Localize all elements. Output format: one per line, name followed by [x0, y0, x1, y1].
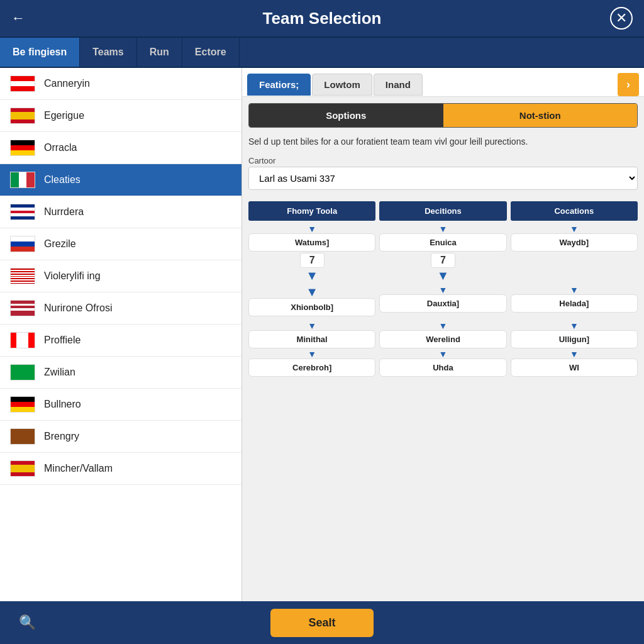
nav-tabs: Be fingiesn Teams Run Ectore	[0, 38, 644, 68]
flag-icon	[10, 172, 35, 188]
sub-tabs: Featiors; Lowtom Inand ›	[242, 68, 644, 97]
flag-icon	[10, 204, 35, 220]
list-item[interactable]: Orracla	[0, 132, 242, 164]
position-card[interactable]: Helada]	[511, 294, 638, 313]
page-title: Team Selection	[263, 9, 382, 28]
down-arrow-icon[interactable]: ▼	[570, 321, 579, 330]
tab-befingiesn[interactable]: Be fingiesn	[0, 38, 80, 67]
position-card[interactable]: Watums]	[248, 233, 375, 252]
position-card[interactable]: Waydb]	[511, 233, 638, 252]
toggle-soptions[interactable]: Soptions	[249, 104, 443, 127]
position-number: 7	[431, 253, 455, 268]
close-button[interactable]: ✕	[610, 7, 633, 30]
flag-icon	[10, 140, 35, 156]
search-icon: 🔍	[19, 614, 36, 630]
list-item[interactable]: Nurrdera	[0, 196, 242, 228]
position-card[interactable]: Uhda	[379, 358, 506, 377]
flag-icon	[10, 396, 35, 413]
list-item[interactable]: Mincher/Vallam	[0, 453, 242, 485]
right-panel: Featiors; Lowtom Inand › Soptions Not-st…	[242, 68, 644, 601]
flag-icon	[10, 364, 35, 380]
list-item[interactable]: Violerylifi ing	[0, 260, 242, 292]
flag-icon	[10, 75, 35, 92]
down-arrow-icon[interactable]: ▼	[439, 225, 448, 233]
position-number: 7	[300, 253, 325, 268]
position-card[interactable]: Dauxtia]	[379, 294, 506, 313]
list-item[interactable]: Zwilian	[0, 357, 242, 389]
down-arrow-icon[interactable]: ▼	[439, 350, 448, 358]
list-item[interactable]: Bullnero	[0, 389, 242, 421]
toggle-row: Soptions Not-stion	[248, 103, 638, 128]
column-headers: Fhomy Toola Decitions Cocations	[248, 201, 638, 221]
search-button[interactable]: 🔍	[6, 608, 48, 637]
list-item-selected[interactable]: Cleaties	[0, 164, 242, 196]
col-header-1: Fhomy Toola	[248, 201, 375, 221]
flag-icon	[10, 236, 35, 252]
position-cell: ▼ Waydb]	[511, 225, 638, 282]
down-arrow-icon[interactable]: ▼	[308, 321, 316, 330]
flag-icon	[10, 460, 35, 477]
col-header-3: Cocations	[511, 201, 638, 221]
back-button[interactable]: ←	[11, 10, 25, 26]
down-arrow-icon[interactable]: ▼	[306, 269, 318, 282]
sub-tab-inand[interactable]: Inand	[374, 74, 423, 96]
toggle-notstion[interactable]: Not-stion	[443, 104, 638, 127]
flag-icon	[10, 268, 35, 284]
position-card[interactable]: Enuica	[379, 233, 506, 252]
cartoor-dropdown[interactable]: Larl as Usami 337	[248, 167, 638, 190]
list-item[interactable]: Canneryin	[0, 68, 242, 100]
tab-teams[interactable]: Teams	[80, 38, 137, 67]
position-grid-row2: ▼ Xhionbolb] ▼ Dauxtia] ▼ Helada]	[248, 286, 638, 318]
position-card[interactable]: Cerebroh]	[248, 358, 375, 377]
position-cell: ▼ Minithal ▼ Cerebroh]	[248, 321, 375, 378]
tab-run[interactable]: Run	[137, 38, 182, 67]
position-card[interactable]: Ulligun]	[511, 330, 638, 348]
main-content: Canneryin Egerigue Orracla Cleaties Nurr…	[0, 68, 644, 601]
team-list: Canneryin Egerigue Orracla Cleaties Nurr…	[0, 68, 242, 601]
down-arrow-icon[interactable]: ▼	[570, 350, 579, 358]
dropdown-label: Cartoor	[248, 156, 638, 165]
position-card[interactable]: WI	[511, 358, 638, 377]
tab-ectore[interactable]: Ectore	[182, 38, 240, 67]
position-cell: ▼ Helada]	[511, 286, 638, 318]
next-arrow-button[interactable]: ›	[618, 73, 639, 96]
position-grid-row1: ▼ Watums] 7 ▼ ▼ Enuica 7 ▼ ▼ Waydb]	[248, 225, 638, 282]
position-cell: ▼ Werelind ▼ Uhda	[379, 321, 506, 378]
down-arrow-icon[interactable]: ▼	[439, 321, 448, 330]
position-cell: ▼ Enuica 7 ▼	[379, 225, 506, 282]
down-arrow-icon[interactable]: ▼	[570, 286, 579, 294]
list-item[interactable]: Grezile	[0, 228, 242, 260]
down-arrow-icon[interactable]: ▼	[439, 286, 448, 294]
position-card[interactable]: Minithal	[248, 330, 375, 348]
flag-icon	[10, 332, 35, 348]
col-header-2: Decitions	[379, 201, 506, 221]
down-arrow-icon[interactable]: ▼	[570, 225, 579, 233]
down-arrow-icon[interactable]: ▼	[308, 225, 316, 233]
position-grid-row3: ▼ Minithal ▼ Cerebroh] ▼ Werelind ▼ Uhda…	[248, 321, 638, 378]
position-card[interactable]: Werelind	[379, 330, 506, 348]
down-arrow-icon[interactable]: ▼	[306, 286, 318, 298]
sub-tab-lowtom[interactable]: Lowtom	[312, 74, 372, 96]
down-arrow-icon[interactable]: ▼	[437, 269, 450, 282]
header: ← Team Selection ✕	[0, 0, 644, 38]
position-cell: ▼ Watums] 7 ▼	[248, 225, 375, 282]
bottom-bar: 🔍 Sealt	[0, 601, 644, 644]
list-item[interactable]: Proffiele	[0, 325, 242, 357]
list-item[interactable]: Brengry	[0, 421, 242, 453]
position-cell: ▼ Xhionbolb]	[248, 286, 375, 318]
down-arrow-icon[interactable]: ▼	[308, 350, 316, 358]
sub-tab-featiors[interactable]: Featiors;	[247, 74, 311, 96]
description-text: Sel d up tent biles for a our foratient …	[248, 135, 638, 148]
flag-icon	[10, 108, 35, 124]
position-cell: ▼ Dauxtia]	[379, 286, 506, 318]
position-card[interactable]: Xhionbolb]	[248, 298, 375, 316]
list-item[interactable]: Nurirone Ofrosi	[0, 292, 242, 325]
flag-icon	[10, 300, 35, 316]
flag-icon	[10, 428, 35, 445]
select-button[interactable]: Sealt	[270, 609, 373, 637]
list-item[interactable]: Egerigue	[0, 100, 242, 132]
position-cell: ▼ Ulligun] ▼ WI	[511, 321, 638, 378]
